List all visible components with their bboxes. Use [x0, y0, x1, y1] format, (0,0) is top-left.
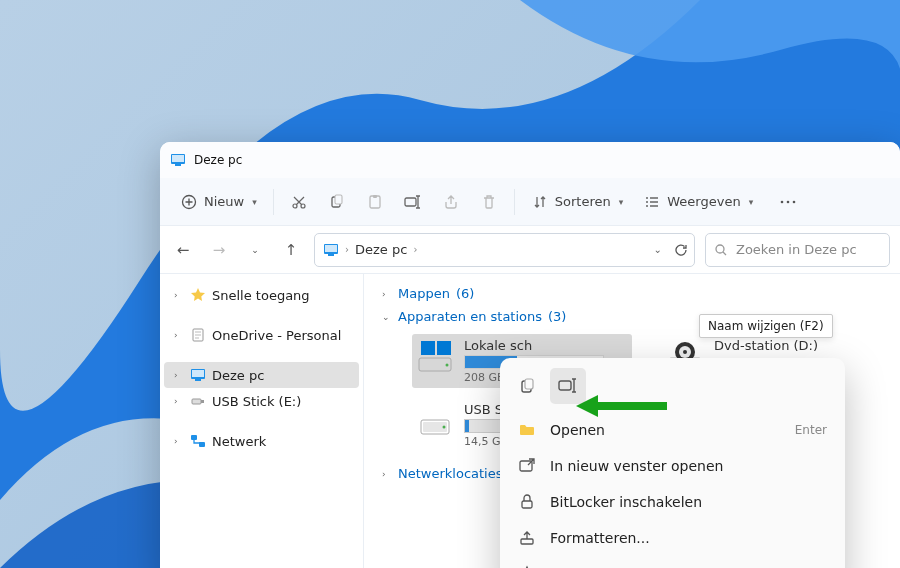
svg-point-37: [443, 426, 446, 429]
usb-drive-icon: [416, 402, 454, 440]
svg-rect-10: [405, 198, 416, 206]
address-bar-row: ← → ⌄ ↑ › Deze pc › ⌄ Zoeken in Deze pc: [160, 226, 900, 274]
ctx-item-label: In nieuw venster openen: [550, 458, 723, 474]
sort-icon: [531, 193, 549, 211]
drive-label: Lokale sch: [464, 338, 628, 353]
drive-icon: [416, 338, 454, 376]
svg-rect-7: [335, 195, 342, 204]
svg-rect-24: [191, 435, 197, 440]
window-icon: [170, 152, 186, 168]
rename-icon: [404, 193, 422, 211]
search-icon: [714, 243, 728, 257]
sidebar-item-netwerk[interactable]: ›Netwerk: [164, 428, 359, 454]
search-input[interactable]: Zoeken in Deze pc: [705, 233, 890, 267]
svg-point-30: [446, 364, 449, 367]
svg-point-34: [683, 350, 687, 354]
ctx-copy-button[interactable]: [510, 368, 546, 404]
monitor-icon: [190, 367, 206, 383]
chevron-down-icon: ⌄: [382, 312, 392, 322]
paste-icon: [366, 193, 384, 211]
ctx-bitlocker-inschakelen[interactable]: BitLocker inschakelen: [506, 484, 839, 520]
svg-rect-20: [192, 370, 204, 377]
rename-button[interactable]: [394, 187, 432, 217]
network-icon: [190, 433, 206, 449]
svg-rect-21: [195, 379, 201, 381]
sidebar-item-deze-pc[interactable]: ›Deze pc: [164, 362, 359, 388]
svg-rect-1: [172, 155, 184, 162]
svg-rect-2: [175, 164, 181, 166]
svg-rect-43: [521, 539, 533, 544]
ctx-item-label: Openen: [550, 422, 605, 438]
ctx-in-nieuw-venster-openen[interactable]: In nieuw venster openen: [506, 448, 839, 484]
nav-recent[interactable]: ⌄: [242, 237, 268, 263]
svg-point-11: [781, 200, 784, 203]
svg-rect-27: [421, 341, 435, 355]
chevron-down-icon: ▾: [252, 197, 257, 207]
new-button[interactable]: Nieuw ▾: [170, 187, 267, 217]
group-mappen[interactable]: › Mappen (6): [382, 282, 882, 305]
divider: [273, 189, 274, 215]
more-button[interactable]: [769, 187, 807, 217]
delete-button[interactable]: [470, 187, 508, 217]
chevron-right-icon: ›: [382, 469, 392, 479]
ctx-formatteren-[interactable]: Formatteren...: [506, 520, 839, 556]
share-button[interactable]: [432, 187, 470, 217]
context-menu: OpenenEnterIn nieuw venster openenBitLoc…: [500, 358, 845, 568]
nav-back[interactable]: ←: [170, 237, 196, 263]
more-icon: [779, 193, 797, 211]
copy-button[interactable]: [318, 187, 356, 217]
chevron-down-icon: ▾: [749, 197, 754, 207]
sidebar: ›Snelle toegang›OneDrive - Personal›Deze…: [160, 274, 364, 568]
view-button[interactable]: Weergeven▾: [633, 187, 763, 217]
trash-icon: [480, 193, 498, 211]
svg-rect-42: [522, 501, 532, 508]
drive-label: Dvd-station (D:): [714, 338, 878, 353]
cut-button[interactable]: [280, 187, 318, 217]
refresh-icon[interactable]: [674, 243, 688, 257]
usb-icon: [190, 393, 206, 409]
context-icon-row: [506, 364, 839, 412]
scissors-icon: [290, 193, 308, 211]
svg-rect-39: [525, 379, 533, 389]
sort-button[interactable]: Sorteren▾: [521, 187, 633, 217]
svg-rect-40: [559, 381, 571, 390]
monitor-icon: [323, 242, 339, 258]
chevron-right-icon: ›: [174, 330, 184, 340]
svg-rect-23: [201, 400, 204, 403]
sidebar-item-snelle-toegang[interactable]: ›Snelle toegang: [164, 282, 359, 308]
svg-point-12: [787, 200, 790, 203]
sidebar-item-usb-stick-e-[interactable]: ›USB Stick (E:): [164, 388, 359, 414]
copy-icon: [328, 193, 346, 211]
window-title: Deze pc: [194, 153, 242, 167]
sidebar-item-label: Deze pc: [212, 368, 264, 383]
ctx-item-label: Formatteren...: [550, 530, 650, 546]
chevron-right-icon: ›: [413, 244, 417, 255]
view-icon: [643, 193, 661, 211]
svg-rect-28: [437, 341, 451, 355]
address-bar[interactable]: › Deze pc › ⌄: [314, 233, 695, 267]
nav-up[interactable]: ↑: [278, 237, 304, 263]
chevron-right-icon: ›: [174, 370, 184, 380]
sidebar-item-onedrive-personal[interactable]: ›OneDrive - Personal: [164, 322, 359, 348]
svg-point-13: [793, 200, 796, 203]
ctx-openen[interactable]: OpenenEnter: [506, 412, 839, 448]
chevron-down-icon: ▾: [619, 197, 624, 207]
svg-rect-9: [373, 195, 377, 198]
plus-icon: [180, 193, 198, 211]
breadcrumb[interactable]: Deze pc: [355, 242, 407, 257]
nav-forward[interactable]: →: [206, 237, 232, 263]
tooltip-rename: Naam wijzigen (F2): [699, 314, 833, 338]
sidebar-item-label: USB Stick (E:): [212, 394, 301, 409]
chevron-right-icon: ›: [174, 290, 184, 300]
new-window-icon: [518, 457, 536, 475]
sidebar-item-label: Netwerk: [212, 434, 266, 449]
annotation-arrow: [572, 392, 672, 422]
paste-button[interactable]: [356, 187, 394, 217]
titlebar[interactable]: Deze pc: [160, 142, 900, 178]
sidebar-item-label: Snelle toegang: [212, 288, 310, 303]
chevron-down-icon[interactable]: ⌄: [654, 244, 662, 255]
lock-icon: [518, 493, 536, 511]
search-placeholder: Zoeken in Deze pc: [736, 242, 857, 257]
folder-open-icon: [518, 421, 536, 439]
ctx-aan-snelle-toegang-vastmaken[interactable]: Aan Snelle toegang vastmaken: [506, 556, 839, 568]
